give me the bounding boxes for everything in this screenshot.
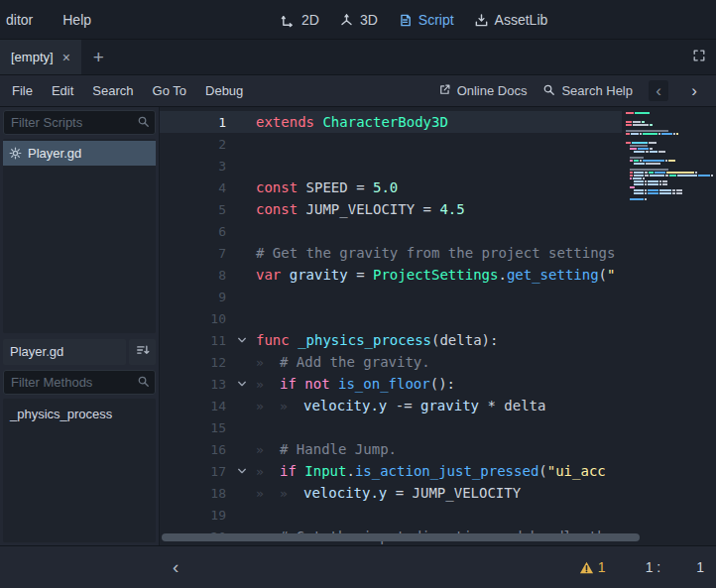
warnings-indicator[interactable]: 1	[579, 559, 606, 575]
close-icon[interactable]: ×	[62, 50, 70, 65]
minimap-segment	[632, 142, 648, 144]
horizontal-scrollbar[interactable]	[162, 533, 640, 541]
minimap-segment	[634, 180, 644, 182]
fold-icon[interactable]	[231, 334, 253, 346]
token-member: velocity.y	[303, 485, 396, 501]
minimap-segment	[634, 163, 645, 165]
gear-icon	[9, 147, 22, 160]
line-indicator[interactable]: 1 :	[646, 559, 661, 575]
indent-marker-icon: »	[256, 442, 280, 457]
line-number: 11	[160, 333, 231, 348]
mode-button-script[interactable]: Script	[398, 12, 454, 28]
minimap-segment	[645, 189, 647, 191]
code-line[interactable]: 16»# Handle Jump.	[160, 438, 622, 460]
code-line[interactable]: 8var gravity = ProjectSettings.get_setti…	[160, 264, 622, 286]
mode-button-2d[interactable]: 2D	[281, 12, 319, 28]
code-line[interactable]: 19	[160, 504, 622, 526]
minimap-segment	[676, 192, 682, 194]
filter-scripts-input[interactable]	[3, 110, 156, 135]
axis3d-icon	[339, 13, 354, 28]
current-script-name: Player.gd	[3, 339, 126, 365]
token-txt: (	[599, 267, 607, 283]
fold-icon[interactable]	[231, 378, 253, 390]
minimap-segment	[626, 112, 634, 114]
fold-icon[interactable]	[231, 465, 253, 477]
minimap-segment	[649, 172, 654, 174]
token-fn: is_on_floor	[338, 376, 430, 392]
token-member: gravity	[290, 267, 356, 283]
code-line[interactable]: 1extends CharacterBody3D	[160, 111, 622, 133]
history-back-button[interactable]: ‹	[649, 80, 668, 101]
code-line[interactable]: 10	[160, 307, 622, 329]
script-tab[interactable]: [empty]×	[0, 40, 81, 74]
code-line[interactable]: 14»»velocity.y -= gravity * delta	[160, 395, 622, 416]
code-line[interactable]: 13»if not is_on_floor():	[160, 373, 622, 395]
code-line[interactable]: 15	[160, 416, 622, 438]
minimap-row	[626, 157, 713, 159]
line-number: 19	[160, 508, 231, 523]
code-line[interactable]: 18»»velocity.y = JUMP_VELOCITY	[160, 482, 622, 504]
menu-edit[interactable]: Edit	[52, 83, 73, 98]
minimap-segment	[658, 151, 665, 153]
online-docs-button[interactable]: Online Docs	[438, 83, 528, 99]
history-forward-button[interactable]: ›	[684, 80, 704, 101]
token-type: Input	[304, 463, 346, 479]
sort-icon	[136, 343, 150, 360]
indent-marker-icon: »	[256, 486, 280, 501]
minimap-row	[626, 169, 713, 171]
sort-methods-button[interactable]	[129, 339, 156, 365]
code-line[interactable]: 3	[160, 155, 622, 176]
minimap-segment	[633, 121, 641, 123]
minimap-segment	[631, 133, 639, 135]
script-tab-bar: [empty]× +	[0, 40, 716, 75]
menu-file[interactable]: File	[12, 83, 33, 98]
code-line-text: »# Add the gravity.	[253, 354, 430, 370]
new-script-button[interactable]: +	[81, 40, 116, 74]
mode-button-3d[interactable]: 3D	[339, 12, 378, 28]
code-line[interactable]: 6	[160, 220, 622, 242]
minimap-segment	[646, 163, 660, 165]
minimap[interactable]	[626, 112, 713, 201]
code-line-text: const JUMP_VELOCITY = 4.5	[253, 201, 465, 217]
indent-marker-icon: »	[280, 399, 303, 413]
toggle-scripts-panel-button[interactable]: ‹	[167, 556, 184, 578]
code-editor[interactable]: 1extends CharacterBody3D234const SPEED =…	[159, 107, 716, 545]
code-line[interactable]: 5const JUMP_VELOCITY = 4.5	[160, 198, 622, 220]
menu-go-to[interactable]: Go To	[153, 83, 186, 98]
menu-ditor[interactable]: ditor	[6, 12, 33, 28]
distraction-free-button[interactable]	[682, 40, 716, 74]
filter-methods-input[interactable]	[3, 370, 156, 395]
token-com: # Get the gravity from the project setti…	[256, 245, 615, 261]
menu-search[interactable]: Search	[92, 83, 133, 98]
minimap-segment	[640, 160, 642, 162]
minimap-segment	[711, 175, 713, 176]
minimap-segment	[645, 180, 647, 182]
minimap-segment	[672, 192, 675, 194]
menu-help[interactable]: Help	[62, 12, 91, 28]
code-line-text: »# Handle Jump.	[253, 441, 397, 457]
minimap-segment	[630, 160, 633, 162]
search-help-button[interactable]: Search Help	[542, 83, 633, 99]
code-line[interactable]: 12»# Add the gravity.	[160, 351, 622, 373]
minimap-segment	[662, 183, 667, 185]
code-line[interactable]: 4const SPEED = 5.0	[160, 176, 622, 198]
code-line[interactable]: 11func _physics_process(delta):	[160, 329, 622, 351]
menu-debug[interactable]: Debug	[205, 83, 243, 98]
code-line[interactable]: 17»if Input.is_action_just_pressed("ui_a…	[160, 460, 622, 482]
code-line[interactable]: 7# Get the gravity from the project sett…	[160, 242, 622, 264]
minimap-row	[626, 127, 713, 129]
line-number: 2	[160, 137, 231, 152]
line-number: 13	[160, 377, 231, 392]
method-list-item[interactable]: _physics_process	[3, 402, 156, 425]
indent-marker-icon: »	[256, 355, 280, 370]
status-bar: ‹ 1 1 : 1	[0, 545, 716, 588]
minimap-segment	[630, 157, 644, 159]
minimap-segment	[698, 175, 710, 176]
minimap-segment	[626, 121, 632, 123]
token-kw: var	[256, 267, 290, 283]
script-list-item[interactable]: Player.gd	[3, 141, 156, 166]
mode-button-assetlib[interactable]: AssetLib	[474, 12, 548, 28]
code-line[interactable]: 2	[160, 133, 622, 155]
code-line[interactable]: 9	[160, 286, 622, 307]
column-number-value[interactable]: 1	[696, 559, 704, 575]
